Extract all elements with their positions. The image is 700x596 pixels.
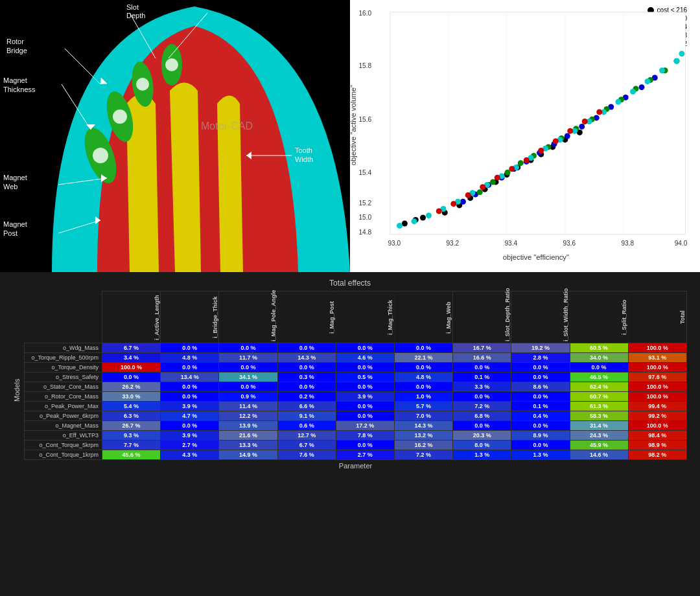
heatmap-cell: 13.4 % [161,372,219,382]
scatter-plot: cost < 216 cost < 220 cost < 224 cost < … [350,0,700,272]
heatmap-cell: 1.0 % [394,392,452,402]
svg-text:16.0: 16.0 [359,10,372,17]
heatmap-cell: 0.0 % [336,343,394,353]
col-header-Total: Total [628,292,686,343]
svg-text:objective "efficiency": objective "efficiency" [503,253,569,261]
heatmap-cell: 19.2 % [511,343,570,353]
heatmap-cell: 99.4 % [628,402,686,411]
heatmap-cell: 0.0 % [161,392,219,402]
heatmap-cell: 0.0 % [394,382,452,392]
heatmap-cell: 100.0 % [628,392,686,402]
svg-text:14.8: 14.8 [359,229,372,236]
col-header-i_Slot_Depth_Ratio: i_Slot_Depth_Ratio [453,292,511,343]
table-row: o_Peak_Power_Max5.4 %3.9 %11.4 %6.6 %0.0… [25,402,687,411]
svg-point-6 [113,109,127,124]
svg-text:Width: Width [295,155,313,163]
heatmap-cell: 100.0 % [628,421,686,431]
svg-point-122 [436,208,442,214]
svg-point-84 [639,84,645,90]
heatmap-cell: 0.0 % [336,402,394,411]
heatmap-cell: 7.2 % [453,402,511,411]
heatmap-cell: 12.7 % [277,431,336,441]
heatmap-cell: 11.7 % [219,353,277,363]
heatmap-cell: 0.1 % [511,402,570,411]
heatmap-cell: 0.0 % [394,363,452,372]
col-header-i_Split_Ratio: i_Split_Ratio [570,292,628,343]
col-header-i_Bridge_Thick: i_Bridge_Thick [161,292,219,343]
svg-point-132 [582,119,588,124]
heatmap-cell: 2.8 % [511,353,570,363]
heatmap-cell: 4.3 % [161,450,219,460]
svg-point-131 [567,128,573,134]
row-label-o_Stator_Core_Mass: o_Stator_Core_Mass [25,382,102,392]
heatmap-cell: 45.9 % [570,441,628,450]
heatmap-cell: 0.0 % [219,363,277,372]
heatmap-cell: 31.4 % [570,421,628,431]
col-header-i_Mag_Post: i_Mag_Post [277,292,336,343]
heatmap-cell: 2.7 % [161,441,219,450]
heatmap-cell: 3.3 % [453,382,511,392]
heatmap-cell: 14.3 % [277,353,336,363]
table-row: o_Peak_Power_6krpm6.3 %4.7 %12.2 %9.1 %0… [25,411,687,421]
svg-rect-34 [390,12,686,235]
svg-point-86 [477,189,483,195]
svg-point-102 [412,218,417,224]
table-row: o_Torque_Ripple_500rpm3.4 %4.8 %11.7 %14… [25,353,687,363]
svg-text:Rotor: Rotor [6,38,24,45]
heatmap-cell: 46.5 % [570,372,628,382]
col-header-i_Mag_Pole_Angle: i_Mag_Pole_Angle [219,292,277,343]
svg-text:93.8: 93.8 [622,240,635,247]
table-row: o_Cont_Torque_1krpm45.6 %4.3 %14.9 %7.6 … [25,450,687,460]
heatmap-cell: 0.0 % [277,363,336,372]
heatmap-cell: 45.6 % [102,450,161,460]
heatmap-cell: 13.2 % [394,431,452,441]
heatmap-cell: 0.0 % [336,441,394,450]
heatmap-cell: 0.0 % [453,421,511,431]
table-row: o_Magnet_Mass26.7 %0.0 %13.9 %0.6 %17.2 … [25,421,687,431]
heatmap-cell: 0.3 % [277,372,336,382]
svg-text:93.4: 93.4 [505,240,518,247]
heatmap-cell: 4.8 % [394,372,452,382]
heatmap-cell: 0.0 % [511,421,570,431]
svg-text:93.0: 93.0 [388,240,401,247]
heatmap-cell: 3.9 % [161,431,219,441]
heatmap-cell: 33.0 % [102,392,161,402]
row-label-o_Rotor_Core_Mass: o_Rotor_Core_Mass [25,392,102,402]
svg-text:Magnet: Magnet [3,220,27,228]
row-label-o_Torque_Ripple_500rpm: o_Torque_Ripple_500rpm [25,353,102,363]
svg-point-89 [518,160,524,166]
svg-point-133 [596,109,602,115]
row-label-o_Peak_Power_Max: o_Peak_Power_Max [25,402,102,411]
heatmap-cell: 16.6 % [453,353,511,363]
heatmap-cell: 0.1 % [453,372,511,382]
heatmap-cell: 24.3 % [570,431,628,441]
heatmap-cell: 0.0 % [453,392,511,402]
svg-point-118 [645,78,651,84]
heatmap-cell: 0.0 % [511,441,570,450]
heatmap-cell: 0.0 % [336,382,394,392]
heatmap-cell: 0.0 % [161,382,219,392]
table-row: o_Torque_Density100.0 %0.0 %0.0 %0.0 %0.… [25,363,687,372]
svg-point-58 [420,215,426,221]
heatmap-cell: 0.2 % [277,392,336,402]
heatmap-container: Models i_Active_Lengthi_Bridge_Thicki_Ma… [13,291,687,470]
heatmap-cell: 0.9 % [219,392,277,402]
heatmap-cell: 0.0 % [453,363,511,372]
col-header-i_Mag_Thick: i_Mag_Thick [336,292,394,343]
heatmap-cell: 0.0 % [219,382,277,392]
heatmap-cell: 7.2 % [394,450,452,460]
heatmap-cell: 0.0 % [161,421,219,431]
svg-text:15.6: 15.6 [359,116,372,123]
heatmap-cell: 3.9 % [336,392,394,402]
svg-point-71 [460,199,466,205]
svg-point-103 [426,212,432,218]
svg-point-79 [565,133,570,139]
row-label-o_Cont_Torque_5krpm: o_Cont_Torque_5krpm [25,441,102,450]
row-label-o_Torque_Density: o_Torque_Density [25,363,102,372]
heatmap-cell: 16.2 % [394,441,452,450]
heatmap-cell: 1.3 % [511,450,570,460]
heatmap-cell: 7.7 % [102,441,161,450]
bottom-section: Total effects Models i_Active_Lengthi_Br… [0,272,700,476]
heatmap-cell: 14.9 % [219,450,277,460]
heatmap-cell: 0.0 % [394,343,452,353]
